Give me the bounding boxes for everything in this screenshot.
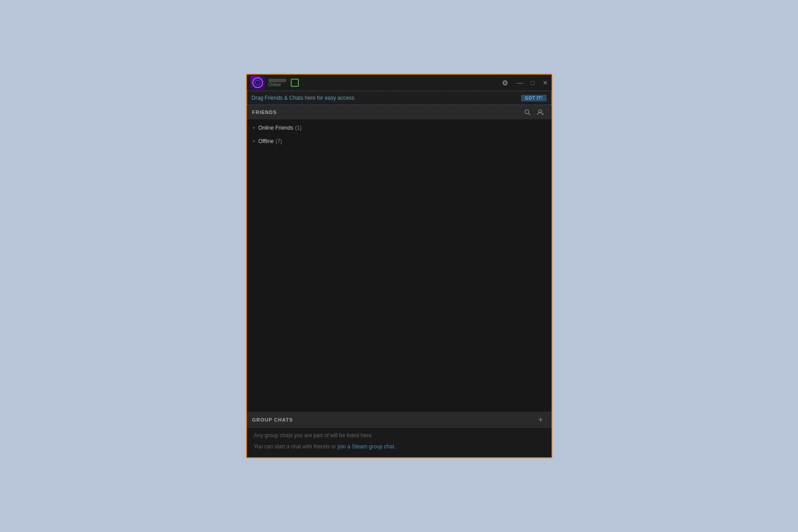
offline-friends-header[interactable]: ▼ Offline (7): [247, 136, 552, 146]
offline-group-count: (7): [276, 138, 282, 144]
add-friend-button[interactable]: [535, 107, 546, 118]
settings-button[interactable]: ⚙: [499, 76, 511, 89]
offline-arrow-icon: ▼: [252, 139, 256, 144]
window-controls: — □ ✕: [514, 75, 552, 91]
add-group-chat-button[interactable]: +: [535, 414, 546, 425]
close-button[interactable]: ✕: [539, 75, 552, 91]
maximize-button[interactable]: □: [526, 75, 539, 91]
username-area: Online: [268, 79, 286, 87]
green-square-indicator: [291, 79, 299, 87]
avatar-inner: [252, 77, 263, 88]
main-window: Online ⚙ — □ ✕ Drag Friends & Chats here…: [246, 74, 552, 458]
offline-friends-group: ▼ Offline (7): [247, 135, 552, 148]
add-friend-icon: [537, 109, 544, 115]
offline-group-name: Offline: [258, 138, 273, 144]
svg-line-1: [528, 114, 530, 115]
minimize-icon: —: [517, 79, 523, 86]
friends-section-header: FRIENDS: [247, 105, 552, 119]
status-text: Online: [268, 82, 286, 87]
friends-list[interactable]: ▼ Online Friends (1) ▼ Offline (7): [247, 119, 552, 412]
group-chats-empty-text: Any group chats you are part of will be …: [254, 432, 544, 439]
avatar: [250, 76, 265, 90]
online-friends-group: ▼ Online Friends (1): [247, 121, 552, 135]
got-it-button[interactable]: GOT IT!: [521, 95, 546, 101]
online-friends-header[interactable]: ▼ Online Friends (1): [247, 123, 552, 133]
online-group-count: (1): [295, 125, 301, 131]
group-chats-content: Any group chats you are part of will be …: [247, 428, 552, 457]
drag-banner-text: Drag Friends & Chats here for easy acces…: [252, 95, 354, 101]
online-group-name: Online Friends: [258, 125, 293, 131]
search-icon: [524, 109, 531, 115]
search-button[interactable]: [522, 107, 533, 118]
group-chats-section: GROUP CHATS + Any group chats you are pa…: [247, 412, 552, 457]
settings-icon: ⚙: [502, 79, 508, 87]
plus-icon: +: [538, 415, 543, 425]
maximize-icon: □: [531, 79, 534, 86]
group-chats-header: GROUP CHATS +: [247, 412, 552, 428]
minimize-button[interactable]: —: [514, 75, 526, 91]
close-icon: ✕: [543, 79, 548, 86]
group-chats-link-prefix: You can start a chat with friends or: [254, 443, 338, 450]
friends-section-icons: [522, 107, 546, 118]
group-chats-link-line: You can start a chat with friends or joi…: [254, 442, 544, 450]
username-display: [268, 79, 286, 82]
drag-banner: Drag Friends & Chats here for easy acces…: [247, 91, 552, 105]
online-arrow-icon: ▼: [252, 126, 256, 130]
friends-title: FRIENDS: [252, 110, 522, 115]
group-chats-title: GROUP CHATS: [252, 417, 535, 422]
join-group-chat-link[interactable]: join a Steam group chat.: [338, 443, 396, 450]
title-bar: Online ⚙ — □ ✕: [247, 75, 552, 91]
